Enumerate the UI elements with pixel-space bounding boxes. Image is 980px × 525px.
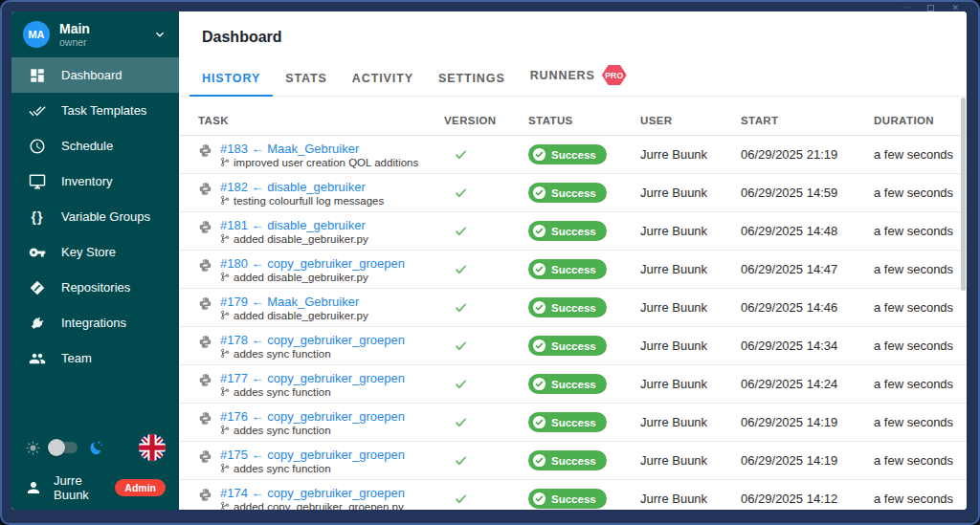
- branch-icon: [220, 272, 230, 282]
- sidebar-item-inventory[interactable]: Inventory: [11, 164, 179, 199]
- pro-badge: PRO: [602, 65, 627, 85]
- task-user: Jurre Buunk: [640, 262, 741, 276]
- sun-icon: [25, 440, 41, 456]
- table-row: #180 ← copy_gebruiker_groepen added disa…: [179, 251, 967, 289]
- status-badge: Success: [528, 412, 607, 432]
- status-badge: Success: [528, 259, 607, 279]
- braces-icon: {}: [28, 209, 47, 225]
- sidebar-item-integrations[interactable]: Integrations: [11, 305, 179, 340]
- close-icon[interactable]: ✕: [951, 4, 959, 11]
- task-link[interactable]: #174 ← copy_gebruiker_groepen: [220, 486, 405, 500]
- app-content: MA Main owner Dashboard: [11, 11, 967, 510]
- version-check-icon: [454, 492, 468, 506]
- task-cell: #177 ← copy_gebruiker_groepen addes sync…: [198, 371, 444, 398]
- python-icon: [198, 335, 212, 349]
- python-icon: [198, 296, 212, 311]
- task-user: Jurre Buunk: [640, 492, 741, 506]
- commit-message: improved user creation QOL additions: [220, 157, 418, 168]
- maximize-icon[interactable]: [927, 5, 934, 11]
- version-check-icon: [454, 186, 468, 200]
- sidebar-item-variable-groups[interactable]: {} Variable Groups: [11, 199, 179, 234]
- sidebar-item-repositories[interactable]: Repositories: [11, 270, 179, 305]
- task-link[interactable]: #180 ← copy_gebruiker_groepen: [220, 256, 405, 271]
- tab-activity[interactable]: ACTIVITY: [340, 62, 426, 96]
- task-link[interactable]: #178 ← copy_gebruiker_groepen: [220, 333, 405, 347]
- clock-icon: [28, 138, 47, 155]
- status-badge: Success: [528, 374, 607, 394]
- tab-runners[interactable]: RUNNERS PRO: [518, 55, 639, 96]
- task-link[interactable]: #183 ← Maak_Gebruiker: [220, 142, 359, 156]
- task-link[interactable]: #176 ← copy_gebruiker_groepen: [220, 409, 405, 424]
- column-header-user: USER: [640, 115, 741, 126]
- version-check-icon: [454, 224, 468, 238]
- check-circle-icon: [532, 492, 546, 506]
- scrollbar-thumb[interactable]: [961, 98, 966, 291]
- column-header-duration: DURATION: [874, 115, 967, 126]
- project-avatar: MA: [23, 21, 50, 48]
- tab-stats[interactable]: STATS: [273, 62, 340, 96]
- double-check-icon: [28, 102, 47, 120]
- page-title: Dashboard: [202, 29, 967, 46]
- user-name: Jurre Buunk: [54, 473, 103, 502]
- column-header-start: START: [741, 115, 874, 126]
- repository-icon: [28, 279, 47, 296]
- sidebar-item-team[interactable]: Team: [11, 340, 179, 376]
- task-link[interactable]: #181 ← disable_gebruiker: [220, 218, 366, 232]
- table-row: #175 ← copy_gebruiker_groepen addes sync…: [179, 442, 967, 480]
- theme-toggle[interactable]: [51, 442, 78, 453]
- sidebar-item-label: Schedule: [61, 139, 113, 153]
- sidebar-item-label: Dashboard: [61, 68, 122, 82]
- task-user: Jurre Buunk: [640, 224, 741, 238]
- task-link[interactable]: #177 ← copy_gebruiker_groepen: [220, 371, 405, 385]
- project-switcher[interactable]: MA Main owner: [11, 11, 179, 57]
- sidebar-item-dashboard[interactable]: Dashboard: [11, 57, 179, 93]
- theme-toggle-knob: [48, 439, 65, 456]
- task-cell: #174 ← copy_gebruiker_groepen added copy…: [198, 486, 444, 511]
- task-duration: a few seconds: [874, 262, 967, 276]
- task-link[interactable]: #179 ← Maak_Gebruiker: [220, 295, 359, 309]
- user-row[interactable]: Jurre Buunk Admin: [11, 470, 179, 505]
- task-duration: a few seconds: [874, 415, 967, 429]
- task-duration: a few seconds: [874, 224, 967, 238]
- project-name: Main: [59, 21, 90, 36]
- task-cell: #179 ← Maak_Gebruiker added disable_gebr…: [198, 295, 444, 321]
- task-cell: #176 ← copy_gebruiker_groepen addes sync…: [198, 409, 444, 436]
- tab-history[interactable]: HISTORY: [189, 62, 273, 96]
- python-icon: [198, 258, 212, 273]
- branch-icon: [220, 463, 230, 473]
- sidebar-item-label: Repositories: [61, 280, 130, 295]
- sidebar-item-task-templates[interactable]: Task Templates: [11, 93, 179, 128]
- sidebar-item-schedule[interactable]: Schedule: [11, 128, 179, 164]
- check-circle-icon: [532, 224, 546, 238]
- column-header-status: STATUS: [528, 115, 640, 126]
- commit-message: addes sync function: [220, 425, 405, 436]
- task-start: 06/29/2025 14:19: [741, 415, 874, 429]
- python-icon: [198, 449, 212, 464]
- branch-icon: [220, 348, 230, 359]
- sidebar-spacer: [11, 376, 179, 432]
- status-badge: Success: [528, 336, 607, 356]
- commit-message: addes sync function: [220, 386, 405, 398]
- table-row: #178 ← copy_gebruiker_groepen addes sync…: [179, 327, 967, 365]
- task-link[interactable]: #182 ← disable_gebruiker: [220, 180, 366, 194]
- tab-settings[interactable]: SETTINGS: [426, 62, 518, 96]
- branch-icon: [220, 157, 230, 167]
- task-link[interactable]: #175 ← copy_gebruiker_groepen: [220, 448, 405, 462]
- check-circle-icon: [532, 415, 546, 429]
- sidebar-item-label: Team: [61, 351, 92, 365]
- sidebar-item-label: Variable Groups: [61, 209, 150, 224]
- task-start: 06/29/2025 14:59: [741, 186, 874, 200]
- column-header-task: TASK: [198, 115, 444, 126]
- tab-bar: HISTORY STATS ACTIVITY SETTINGS RUNNERS …: [179, 55, 967, 97]
- project-role: owner: [59, 36, 90, 48]
- minimize-icon[interactable]: [902, 7, 910, 9]
- table-row: #179 ← Maak_Gebruiker added disable_gebr…: [179, 289, 967, 327]
- commit-message: added disable_gebruiker.py: [220, 233, 368, 245]
- uk-flag-icon[interactable]: [139, 434, 166, 461]
- sidebar-item-key-store[interactable]: Key Store: [11, 234, 179, 270]
- status-badge: Success: [528, 297, 607, 317]
- version-check-icon: [454, 147, 468, 162]
- check-circle-icon: [532, 300, 546, 315]
- version-check-icon: [454, 300, 468, 315]
- version-check-icon: [454, 339, 468, 353]
